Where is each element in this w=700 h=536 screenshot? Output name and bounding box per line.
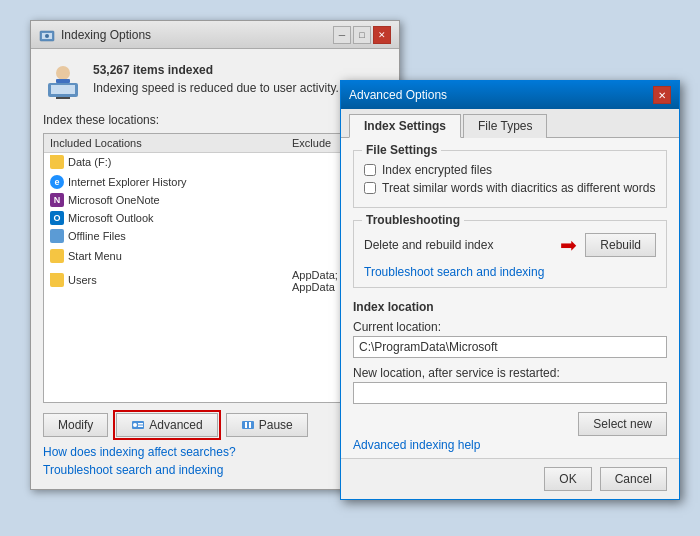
rebuild-row: Delete and rebuild index ➡ Rebuild [364, 233, 656, 257]
location-name: Microsoft OneNote [68, 194, 160, 206]
svg-rect-14 [249, 422, 251, 428]
location-icon: N [50, 193, 64, 207]
advanced-options-window: Advanced Options ✕ Index Settings File T… [340, 80, 680, 500]
location-name: Start Menu [68, 250, 122, 262]
location-icon [50, 155, 64, 169]
location-name-cell: Start Menu [44, 247, 286, 267]
locations-label: Index these locations: [43, 113, 387, 127]
location-icon: O [50, 211, 64, 225]
diacritics-label: Treat similar words with diacritics as d… [382, 181, 655, 195]
file-settings-group: File Settings Index encrypted files Trea… [353, 150, 667, 208]
minimize-button[interactable]: ─ [333, 26, 351, 44]
advanced-icon [131, 418, 145, 432]
index-location-title: Index location [353, 300, 667, 314]
location-name-cell: NMicrosoft OneNote [44, 191, 286, 209]
table-row: UsersAppData; AppData [44, 267, 386, 295]
table-row: Start Menu [44, 247, 386, 267]
troubleshooting-group: Troubleshooting Delete and rebuild index… [353, 220, 667, 288]
pause-icon [241, 418, 255, 432]
encrypt-label: Index encrypted files [382, 163, 492, 177]
table-row: Offline Files [44, 227, 386, 247]
index-location-section: Index location Current location: New loc… [353, 300, 667, 436]
location-name: Internet Explorer History [68, 176, 187, 188]
location-name: Data (F:) [68, 156, 111, 168]
location-icon: e [50, 175, 64, 189]
col-included: Included Locations [44, 134, 286, 153]
table-row: NMicrosoft OneNote [44, 191, 386, 209]
svg-rect-7 [56, 79, 70, 83]
location-name-cell: eInternet Explorer History [44, 173, 286, 191]
svg-rect-12 [242, 421, 254, 429]
advanced-close-button[interactable]: ✕ [653, 86, 671, 104]
select-new-button[interactable]: Select new [578, 412, 667, 436]
indexing-titlebar: Indexing Options ─ □ ✕ [31, 21, 399, 49]
location-name: Users [68, 274, 97, 286]
location-name-cell: Offline Files [44, 227, 286, 247]
svg-rect-11 [138, 426, 143, 428]
window-links: How does indexing affect searches? Troub… [43, 445, 387, 477]
location-name-cell: OMicrosoft Outlook [44, 209, 286, 227]
close-button[interactable]: ✕ [373, 26, 391, 44]
advanced-footer-buttons: OK Cancel [341, 458, 679, 499]
advanced-body: Index Settings File Types File Settings … [341, 109, 679, 499]
indexing-status: 53,267 items indexed Indexing speed is r… [43, 61, 387, 101]
svg-rect-5 [56, 97, 70, 99]
location-icon [50, 273, 64, 287]
status-message: Indexing speed is reduced due to user ac… [93, 79, 339, 97]
how-indexing-link[interactable]: How does indexing affect searches? [43, 445, 387, 459]
svg-point-2 [45, 34, 49, 38]
indexing-status-icon [43, 61, 83, 101]
advanced-indexing-help-link[interactable]: Advanced indexing help [353, 438, 480, 452]
table-row: eInternet Explorer History [44, 173, 386, 191]
current-location-label: Current location: [353, 320, 667, 334]
new-location-input[interactable] [353, 382, 667, 404]
cancel-button[interactable]: Cancel [600, 467, 667, 491]
table-row: OMicrosoft Outlook [44, 209, 386, 227]
locations-table: Included Locations Exclude Data (F:)eInt… [44, 134, 386, 295]
location-name-cell: Users [44, 267, 286, 295]
encrypt-checkbox-row: Index encrypted files [364, 163, 656, 177]
location-icon [50, 249, 64, 263]
troubleshooting-legend: Troubleshooting [362, 213, 464, 227]
file-settings-content: Index encrypted files Treat similar word… [364, 163, 656, 195]
svg-point-6 [56, 66, 70, 80]
indexing-info: 53,267 items indexed Indexing speed is r… [93, 61, 339, 97]
tabs-bar: Index Settings File Types [341, 109, 679, 138]
ok-button[interactable]: OK [544, 467, 591, 491]
advanced-title: Advanced Options [349, 88, 447, 102]
indexing-title: Indexing Options [61, 28, 151, 42]
diacritics-checkbox-row: Treat similar words with diacritics as d… [364, 181, 656, 195]
svg-rect-13 [245, 422, 247, 428]
troubleshooting-content: Delete and rebuild index ➡ Rebuild Troub… [364, 233, 656, 279]
items-count: 53,267 items indexed [93, 61, 339, 79]
new-location-label: New location, after service is restarted… [353, 366, 667, 380]
footer-buttons: Modify Advanced Pause [43, 413, 387, 437]
svg-rect-10 [138, 423, 143, 425]
modify-button[interactable]: Modify [43, 413, 108, 437]
table-row: Data (F:) [44, 153, 386, 174]
troubleshoot-link-indexing[interactable]: Troubleshoot search and indexing [43, 463, 387, 477]
troubleshoot-search-link[interactable]: Troubleshoot search and indexing [364, 265, 656, 279]
diacritics-checkbox[interactable] [364, 182, 376, 194]
rebuild-button[interactable]: Rebuild [585, 233, 656, 257]
tab-file-types[interactable]: File Types [463, 114, 547, 138]
location-name: Offline Files [68, 230, 126, 242]
location-name: Microsoft Outlook [68, 212, 154, 224]
advanced-content: File Settings Index encrypted files Trea… [341, 138, 679, 438]
current-location-input[interactable] [353, 336, 667, 358]
pause-button[interactable]: Pause [226, 413, 308, 437]
location-name-cell: Data (F:) [44, 153, 286, 174]
encrypt-checkbox[interactable] [364, 164, 376, 176]
location-icon [50, 229, 64, 243]
red-arrow-icon: ➡ [560, 235, 577, 255]
advanced-footer-link: Advanced indexing help [341, 438, 679, 458]
delete-rebuild-label: Delete and rebuild index [364, 238, 493, 252]
advanced-titlebar: Advanced Options ✕ [341, 81, 679, 109]
advanced-button[interactable]: Advanced [116, 413, 217, 437]
svg-point-9 [133, 423, 137, 427]
svg-rect-4 [51, 85, 75, 94]
file-settings-legend: File Settings [362, 143, 441, 157]
maximize-button[interactable]: □ [353, 26, 371, 44]
tab-index-settings[interactable]: Index Settings [349, 114, 461, 138]
locations-table-wrapper: Included Locations Exclude Data (F:)eInt… [43, 133, 387, 403]
